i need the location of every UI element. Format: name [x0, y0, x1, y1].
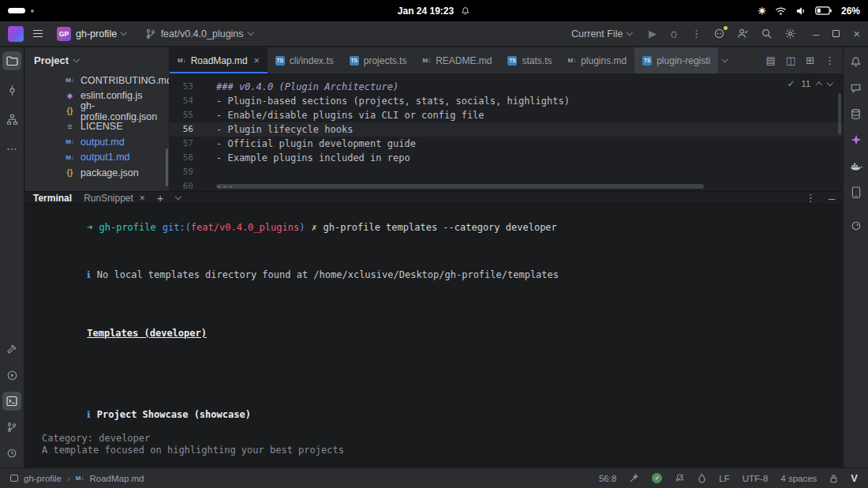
terminal-tool-icon[interactable] [2, 392, 21, 411]
lock-icon[interactable] [829, 474, 838, 483]
window-controls: – × [813, 28, 860, 39]
vcs-branch-widget[interactable]: feat/v0.4.0_plugins [140, 26, 257, 42]
more-actions-button[interactable]: ⋮ [691, 28, 702, 39]
line-ending-widget[interactable]: LF [719, 474, 729, 483]
structure-tool-icon[interactable] [2, 110, 21, 129]
project-tree-item[interactable]: {} package.json [25, 165, 169, 181]
maximize-button[interactable] [832, 30, 840, 37]
inspections-widget[interactable]: ✓ 11 [788, 78, 832, 89]
editor-layout-icon[interactable]: ⊞ [806, 54, 814, 66]
file-name: output.md [80, 137, 125, 148]
commit-tool-icon[interactable] [2, 81, 21, 99]
database-tool-icon[interactable] [847, 104, 866, 123]
clock-text: Jan 24 19:23 [398, 6, 454, 17]
new-terminal-tab-button[interactable]: + [157, 192, 164, 204]
tab-plugins-md[interactable]: M↓ plugins.md [559, 47, 634, 73]
activities-indicator[interactable] [8, 8, 34, 13]
caret-position[interactable]: 56:8 [599, 474, 616, 483]
hide-terminal-icon[interactable]: – [829, 192, 835, 204]
close-tab-icon[interactable]: × [140, 193, 145, 204]
gradle-tool-icon[interactable] [847, 216, 866, 235]
code-editor[interactable]: 53 ### v0.4.0 (Plugin Architecture) 54 -… [170, 73, 843, 191]
previous-problem-icon[interactable] [816, 82, 822, 88]
next-problem-icon[interactable] [826, 80, 832, 86]
indent-widget[interactable]: 4 spaces [780, 474, 817, 483]
project-tool-icon[interactable] [2, 51, 21, 70]
project-tree-item[interactable]: M↓ output.md [25, 134, 169, 150]
tab-readme[interactable]: M↓ README.md [414, 47, 499, 73]
project-scrollbar[interactable] [166, 148, 168, 186]
droplet-icon[interactable] [698, 473, 706, 483]
breadcrumb[interactable]: gh-profile › M↓ RoadMap.md [10, 474, 144, 483]
project-panel-header[interactable]: Project [25, 47, 169, 73]
line-text: ### v0.4.0 (Plugin Architecture) [193, 80, 398, 94]
line-text: - Plugin-based sections (projects, stats… [193, 94, 570, 108]
terminal-tab-active[interactable]: Terminal [33, 193, 72, 204]
editor-horizontal-scrollbar[interactable] [216, 184, 704, 189]
notifications-bell-icon [461, 6, 470, 16]
terminal-tab-runsnippet[interactable]: RunSnippet × [84, 193, 145, 204]
line-text: - Example plugins included in repo [193, 151, 410, 165]
run-button[interactable]: ▶ [649, 28, 657, 39]
clock-widget[interactable]: Jan 24 19:23 [398, 6, 470, 17]
editor-list-icon[interactable]: ▤ [766, 54, 776, 66]
editor-vertical-scrollbar[interactable] [838, 93, 841, 134]
services-tool-icon[interactable] [2, 366, 21, 385]
device-manager-tool-icon[interactable] [847, 182, 866, 201]
history-tool-icon[interactable] [2, 444, 21, 463]
copilot-status-icon[interactable] [713, 28, 725, 39]
breadcrumb-project[interactable]: gh-profile [24, 474, 62, 483]
docker-tool-icon[interactable] [847, 156, 866, 175]
tab-roadmap[interactable]: M↓ RoadMap.md × [170, 47, 268, 73]
title-bar-right: Current File ▶ ⋮ – [567, 26, 860, 42]
file-name: gh-profile.config.json [80, 100, 169, 122]
run-configuration-selector[interactable]: Current File [567, 26, 637, 42]
system-status-tray[interactable]: ☀ 26% [758, 6, 860, 17]
editor-more-icon[interactable]: ⋮ [825, 54, 835, 66]
workspace-pill [8, 8, 25, 13]
branch-icon [145, 28, 156, 39]
more-tool-windows-icon[interactable]: ⋯ [2, 139, 21, 158]
ai-chat-tool-icon[interactable] [847, 78, 866, 97]
terminal-command-line: ➜gh-profilegit:(feat/v0.4.0_plugins)✗gh-… [30, 210, 835, 246]
ai-assistant-tool-icon[interactable] [847, 130, 866, 149]
project-tree-item[interactable]: M↓ output1.md [25, 150, 169, 166]
debug-button[interactable] [668, 28, 679, 39]
chevron-down-icon [121, 29, 127, 36]
project-tree-item[interactable]: {} gh-profile.config.json [25, 103, 169, 119]
notifications-bell-icon[interactable] [847, 52, 866, 71]
line-text: - Enable/disable plugins via CLI or conf… [193, 108, 485, 122]
wand-icon[interactable] [629, 473, 639, 483]
line-number: 55 [170, 108, 193, 122]
tab-cli-index[interactable]: TS cli/index.ts [268, 47, 342, 73]
chevron-down-icon [247, 29, 253, 36]
checks-passed-icon[interactable]: ✓ [652, 473, 662, 483]
ideavim-icon[interactable]: V [851, 472, 858, 484]
encoding-widget[interactable]: UTF-8 [743, 474, 769, 483]
terminal-output[interactable]: ➜gh-profilegit:(feat/v0.4.0_plugins)✗gh-… [25, 205, 843, 488]
branch-name: feat/v0.4.0_plugins [161, 28, 244, 39]
breadcrumb-file[interactable]: RoadMap.md [89, 474, 144, 483]
tab-list-dropdown[interactable] [718, 47, 732, 73]
tab-plugin-registry[interactable]: TS plugin-registi [634, 47, 718, 73]
build-tool-icon[interactable] [2, 340, 21, 358]
minimize-button[interactable]: – [813, 28, 819, 39]
terminal-more-icon[interactable]: ⋮ [806, 193, 816, 203]
project-selector[interactable]: GP gh-profile [52, 24, 131, 43]
search-everywhere-icon[interactable] [761, 28, 773, 39]
settings-gear-icon[interactable] [784, 28, 796, 39]
tab-projects[interactable]: TS projects.ts [342, 47, 415, 73]
close-tab-icon[interactable]: × [254, 55, 260, 66]
line-number: 60 [170, 179, 193, 191]
git-tool-icon[interactable] [2, 418, 21, 437]
split-editor-icon[interactable]: ◫ [786, 54, 795, 66]
main-menu-icon[interactable] [33, 30, 43, 38]
code-with-me-icon[interactable] [737, 28, 749, 39]
tab-label: stats.ts [522, 55, 552, 66]
project-tree: M↓ CONTRIBUTING.md ◆ eslint.config.js {}… [25, 73, 169, 181]
project-tree-item[interactable]: M↓ CONTRIBUTING.md [25, 73, 169, 88]
tab-stats[interactable]: TS stats.ts [499, 47, 559, 73]
close-button[interactable]: × [853, 28, 860, 39]
terminal-dropdown-icon[interactable] [174, 193, 181, 200]
muted-bell-icon[interactable] [675, 473, 685, 483]
